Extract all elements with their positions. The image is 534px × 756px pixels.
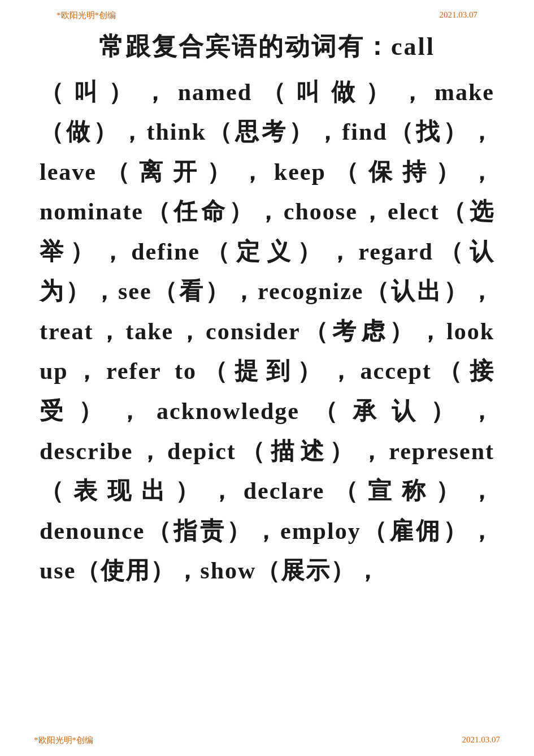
header: *欧阳光明*创编 2021.03.07 xyxy=(23,0,511,21)
page-title: 常跟复合宾语的动词有：call xyxy=(40,27,494,68)
content-body: （叫），named（叫做），make（做），think（思考），find（找），… xyxy=(40,72,494,591)
page: *欧阳光明*创编 2021.03.07 常跟复合宾语的动词有：call （叫），… xyxy=(0,0,534,756)
footer: *欧阳光明*创编 2021.03.07 xyxy=(0,729,534,756)
footer-left: *欧阳光明*创编 xyxy=(34,735,93,746)
header-right: 2021.03.07 xyxy=(440,10,478,21)
header-left: *欧阳光明*创编 xyxy=(57,10,116,21)
main-content: 常跟复合宾语的动词有：call （叫），named（叫做），make（做），th… xyxy=(23,21,511,625)
footer-right: 2021.03.07 xyxy=(462,735,501,746)
